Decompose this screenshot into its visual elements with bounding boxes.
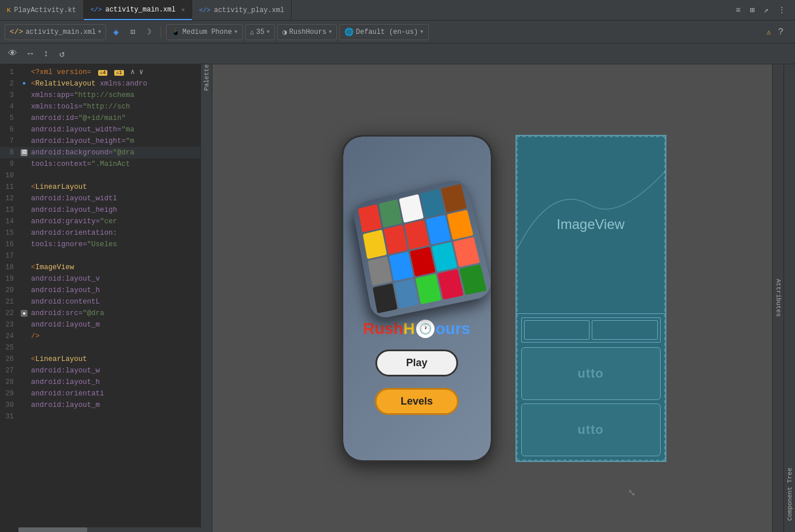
eye-button[interactable]: 👁 — [5, 47, 21, 60]
car-cell-15 — [453, 236, 480, 267]
car-cell-4 — [420, 189, 445, 218]
car-cell-11 — [367, 256, 391, 286]
file-selector[interactable]: </> activity_main.xml ▼ — [5, 24, 106, 40]
design-mode-button[interactable]: ◈ — [108, 24, 123, 40]
tab-label-playactivity: PlayActivity.kt — [14, 6, 76, 14]
line-number-6: 6 — [0, 124, 18, 135]
line-content-20: android:layout_h — [30, 285, 212, 296]
component-tree-label[interactable]: Component Tree — [786, 468, 793, 521]
car-puzzle-image — [359, 182, 474, 308]
car-cell-19 — [437, 269, 464, 299]
design-toolbar: </> activity_main.xml ▼ ◈ ⊡ ☽ 📱 Medium P… — [0, 21, 795, 44]
layout-icon[interactable]: ⊞ — [747, 4, 757, 16]
line-number-12: 12 — [0, 193, 18, 204]
blueprint-mode-button[interactable]: ⊡ — [126, 24, 139, 40]
code-line-28: 28 android:layout_h — [0, 376, 212, 388]
component-tree-panel: Component Tree — [784, 64, 795, 532]
theme-icon: ◑ — [282, 28, 287, 37]
tab-label-activity-play: activity_play.xml — [214, 6, 284, 14]
blueprint-icon: ⊡ — [130, 27, 135, 37]
line-number-2: 2 — [0, 78, 18, 90]
palette-label[interactable]: Palette — [203, 64, 210, 95]
more-options-icon[interactable]: ⋮ — [775, 4, 788, 16]
line-content-5: android:id="@+id/main" — [30, 112, 212, 124]
help-icon[interactable]: ? — [775, 26, 786, 38]
play-button[interactable]: Play — [375, 350, 457, 376]
code-line-12: 12 android:layout_widtl — [0, 193, 212, 204]
theme-label: RushHours — [289, 28, 327, 36]
view-toolbar: 👁 ↔ ↕ ↺ — [0, 44, 795, 64]
zoom-selector[interactable]: △ 35 ▼ — [245, 24, 275, 40]
horizontal-flip-button[interactable]: ↔ — [24, 48, 37, 60]
tab-playactivity[interactable]: K PlayActivity.kt — [0, 0, 84, 20]
car-cell-10 — [447, 209, 474, 239]
line-number-11: 11 — [0, 181, 18, 193]
line-number-26: 26 — [0, 354, 18, 365]
code-scrollbar[interactable] — [18, 527, 212, 532]
line-number-25: 25 — [0, 342, 18, 354]
external-link-icon[interactable]: ↗ — [762, 4, 771, 16]
line-content-6: android:layout_width="ma — [30, 124, 212, 135]
imageview-label: ImageView — [557, 216, 625, 232]
attributes-label[interactable]: Attributes — [775, 279, 782, 317]
car-cell-8 — [404, 220, 429, 249]
code-line-20: 20 android:layout_h — [0, 285, 212, 296]
moon-icon: ☽ — [146, 27, 151, 37]
vertical-flip-button[interactable]: ↕ — [40, 48, 53, 60]
xml-icon-1: </> — [91, 6, 102, 13]
line-content-14: android:gravity="cer — [30, 216, 212, 227]
code-line-18: 18 <ImageView — [0, 262, 212, 273]
code-line-4: 4 xmlns:tools="http://sch — [0, 101, 212, 112]
window-toolbar: ≡ ⊞ ↗ ⋮ — [734, 4, 795, 16]
line-number-5: 5 — [0, 112, 18, 124]
code-line-22: 22 ▣ android:src="@dra — [0, 308, 212, 319]
rotate-button[interactable]: ↺ — [56, 47, 68, 61]
car-cell-5 — [441, 184, 467, 213]
code-line-27: 27 android:layout_w — [0, 365, 212, 376]
main-area: 1 <?xml version= ⚠4 ⚠1 ∧ ∨ 2 ● <Relative… — [0, 64, 795, 532]
line-number-19: 19 — [0, 273, 18, 285]
tab-activity-play[interactable]: </> activity_play.xml — [192, 0, 292, 20]
gutter-dot-2: ● — [22, 78, 26, 90]
theme-selector[interactable]: ◑ RushHours ▼ — [277, 24, 337, 40]
code-line-6: 6 android:layout_width="ma — [0, 124, 212, 135]
blueprint-input-box-2 — [592, 320, 658, 340]
code-lines-container: 1 <?xml version= ⚠4 ⚠1 ∧ ∨ 2 ● <Relative… — [0, 64, 212, 425]
warn-badge-4: ⚠4 — [98, 70, 108, 76]
car-cell-6 — [363, 230, 387, 259]
line-number-15: 15 — [0, 227, 18, 239]
tab-bar: K PlayActivity.kt </> activity_main.xml … — [0, 0, 795, 21]
line-content-2: <RelativeLayout xmlns:andro — [30, 78, 212, 90]
code-editor[interactable]: 1 <?xml version= ⚠4 ⚠1 ∧ ∨ 2 ● <Relative… — [0, 64, 212, 532]
line-number-17: 17 — [0, 250, 18, 262]
hamburger-icon[interactable]: ≡ — [734, 5, 743, 16]
h-text: H — [404, 320, 415, 338]
line-number-18: 18 — [0, 262, 18, 273]
line-content-19: android:layout_v — [30, 273, 212, 285]
line-content-26: <LinearLayout — [30, 354, 212, 365]
warning-indicator[interactable]: ⚠ — [767, 28, 771, 37]
locale-dropdown-arrow: ▼ — [420, 29, 423, 35]
zoom-dropdown-arrow: ▼ — [267, 29, 270, 35]
car-cell-7 — [383, 224, 408, 254]
phone-screen: Rush H 🕐 ours Play Levels — [343, 137, 491, 460]
tab-close-button[interactable]: ✕ — [181, 6, 185, 13]
car-cell-20 — [460, 264, 487, 295]
separator-1 — [161, 26, 161, 38]
image-gutter-icon: 🖼 — [21, 149, 28, 156]
tab-activity-main[interactable]: </> activity_main.xml ✕ — [84, 0, 192, 20]
device-dropdown-arrow: ▼ — [234, 29, 237, 35]
theme-dropdown-arrow: ▼ — [329, 29, 332, 35]
night-mode-button[interactable]: ☽ — [142, 24, 156, 40]
line-number-4: 4 — [0, 101, 18, 112]
line-content-22: android:src="@dra — [30, 308, 212, 319]
locale-selector[interactable]: 🌐 Default (en-us) ▼ — [339, 24, 428, 40]
line-content-18: <ImageView — [30, 262, 212, 273]
blueprint-button-2: utto — [521, 403, 661, 456]
blueprint-preview: ImageView utto utto — [515, 135, 666, 462]
levels-button[interactable]: Levels — [375, 388, 459, 415]
device-selector[interactable]: 📱 Medium Phone ▼ — [166, 24, 243, 40]
line-gutter-2: ● — [18, 78, 30, 90]
line-content-13: android:layout_heigh — [30, 204, 212, 216]
resize-handle[interactable]: ⤡ — [628, 487, 635, 499]
